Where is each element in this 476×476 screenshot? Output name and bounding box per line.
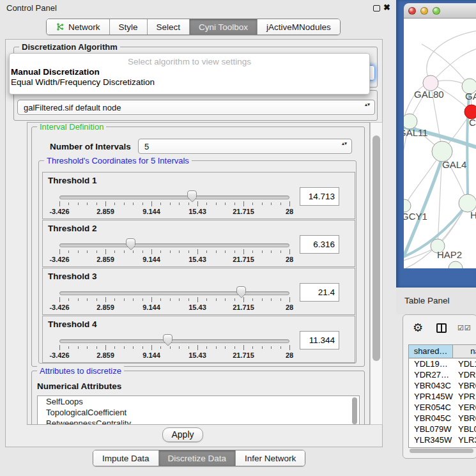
table-cell[interactable]: YER0: [458, 402, 476, 413]
numerical-attributes-heading: Numerical Attributes: [37, 381, 121, 391]
popup-option-manual-discretization[interactable]: Manual Discretization: [11, 67, 100, 77]
slider-track[interactable]: [59, 243, 289, 247]
settings-gear-icon[interactable]: ⚙: [413, 322, 423, 334]
minimize-traffic-light[interactable]: [420, 7, 428, 15]
table-cell[interactable]: YBR0: [458, 413, 476, 424]
tab-network[interactable]: Network: [47, 19, 110, 35]
tick-mark: [114, 250, 115, 253]
slider-thumb[interactable]: [236, 286, 246, 294]
tab-jactivemnodules[interactable]: jActiveMNodules: [257, 19, 340, 35]
slider-thumb[interactable]: [163, 334, 173, 342]
table-cell[interactable]: YDR2: [458, 369, 476, 380]
table-row[interactable]: YBR045CYBR0: [409, 413, 476, 424]
node-label: GA: [465, 91, 476, 102]
float-window-icon[interactable]: [373, 5, 380, 12]
control-panel-titlebar: Control Panel ✖: [0, 0, 396, 17]
slider-thumb[interactable]: [187, 190, 197, 198]
tick-label: 9.144: [142, 351, 160, 359]
table-data-combo[interactable]: galFiltered.sif default node ▴▾: [17, 100, 375, 115]
attribute-item[interactable]: TopologicalCoefficient: [38, 407, 359, 418]
table-cell[interactable]: YBR0: [458, 380, 476, 391]
split-columns-icon[interactable]: [436, 323, 447, 333]
table-row[interactable]: YPR145WYPR1: [409, 391, 476, 402]
table-row[interactable]: YDL19…YDL1: [409, 358, 476, 369]
close-traffic-light[interactable]: [408, 7, 416, 15]
tab-style[interactable]: Style: [110, 19, 148, 35]
tab-discretize-data[interactable]: Discretize Data: [159, 450, 236, 466]
threshold-value-field[interactable]: 11.344: [300, 331, 339, 349]
number-of-intervals-combo[interactable]: 5 ▴▾: [138, 139, 352, 154]
table-cell[interactable]: YBL0: [458, 424, 476, 434]
tick-mark: [252, 346, 253, 349]
tick-mark: [243, 201, 244, 206]
cyni-mode-tabs: Impute DataDiscretize DataInfer Network: [93, 450, 305, 466]
threshold-value-field[interactable]: 21.4: [300, 283, 339, 302]
table-cell[interactable]: YBR043C: [414, 380, 453, 391]
table-cell[interactable]: YBL079W: [414, 424, 453, 434]
tick-mark: [206, 298, 207, 301]
network-node[interactable]: [404, 199, 411, 212]
tick-mark: [216, 203, 217, 205]
table-cell[interactable]: YDL19…: [414, 358, 453, 369]
horizontal-scrollbar[interactable]: [408, 448, 475, 454]
table-cell[interactable]: YDR27…: [414, 369, 453, 380]
slider-thumb[interactable]: [126, 238, 135, 246]
threshold-value-field[interactable]: 14.713: [300, 187, 339, 206]
select-columns-icon[interactable]: ☑☑: [457, 324, 472, 332]
attribute-item[interactable]: BetweennessCentrality: [38, 418, 359, 425]
tick-mark: [68, 203, 69, 205]
network-window-titlebar[interactable]: [404, 3, 476, 19]
apply-button[interactable]: Apply: [162, 427, 203, 442]
network-icon: [56, 22, 65, 31]
table-row[interactable]: YBR043CYBR0: [409, 380, 476, 391]
attribute-item[interactable]: SelfLoops: [38, 396, 359, 407]
vertical-scrollbar[interactable]: [370, 122, 383, 425]
tick-mark: [234, 250, 235, 253]
network-canvas[interactable]: GAL80GACGAL11GAL4GCY1HHAP2: [404, 19, 476, 268]
table-cell[interactable]: YLR345W: [414, 434, 453, 445]
tick-mark: [78, 298, 79, 301]
tab-select[interactable]: Select: [148, 19, 190, 35]
tab-cyni-toolbox[interactable]: Cyni Toolbox: [190, 19, 257, 35]
list-scrollbar-thumb[interactable]: [352, 397, 357, 424]
tick-mark: [59, 249, 60, 254]
tab-label: jActiveMNodules: [266, 22, 331, 32]
tick-mark: [133, 298, 134, 301]
tab-impute-data[interactable]: Impute Data: [93, 450, 159, 466]
table-cell[interactable]: YPR145W: [414, 391, 453, 402]
column-header-shared-[interactable]: shared…: [409, 345, 453, 358]
table-row[interactable]: YLR345WYLR3: [409, 434, 476, 445]
popup-option-equal-width-frequency[interactable]: Equal Width/Frequency Discretization: [11, 77, 155, 87]
zoom-traffic-light[interactable]: [433, 7, 440, 15]
tick-mark: [188, 346, 189, 349]
slider-track[interactable]: [59, 291, 289, 295]
tab-infer-network[interactable]: Infer Network: [236, 450, 305, 466]
numerical-attributes-list[interactable]: SelfLoopsTopologicalCoefficientBetweenne…: [37, 395, 360, 425]
settings-scroll-viewport: Interval Definition Number of Intervals …: [27, 122, 370, 425]
table-row[interactable]: YDR27…YDR2: [409, 369, 476, 380]
tick-mark: [96, 203, 97, 205]
scrollbar-thumb[interactable]: [410, 449, 473, 453]
tick-mark: [271, 250, 272, 253]
table-cell[interactable]: YER054C: [414, 402, 453, 413]
close-icon[interactable]: ✖: [383, 3, 390, 12]
slider-track[interactable]: [59, 339, 289, 343]
network-edge[interactable]: [431, 47, 476, 83]
tick-label: 15.43: [188, 303, 206, 311]
table-cell[interactable]: YPR1: [458, 391, 476, 402]
tick-mark: [197, 249, 198, 254]
network-node[interactable]: [449, 261, 463, 268]
table-cell[interactable]: YBR045C: [414, 413, 453, 424]
scrollbar-thumb[interactable]: [372, 135, 380, 361]
tick-mark: [142, 203, 143, 205]
node-label: C: [469, 117, 476, 128]
table-cell[interactable]: YLR3: [458, 434, 476, 445]
table-row[interactable]: YER054CYER0: [409, 402, 476, 413]
network-edge[interactable]: [427, 30, 476, 83]
threshold-value-field[interactable]: 6.316: [300, 235, 339, 254]
slider-track[interactable]: [59, 196, 289, 199]
column-header-na[interactable]: na: [453, 345, 476, 358]
table-row[interactable]: YBL079WYBL0: [409, 424, 476, 434]
table-cell[interactable]: YDL1: [458, 358, 476, 369]
table-panel-titlebar: Table Panel: [396, 288, 476, 314]
